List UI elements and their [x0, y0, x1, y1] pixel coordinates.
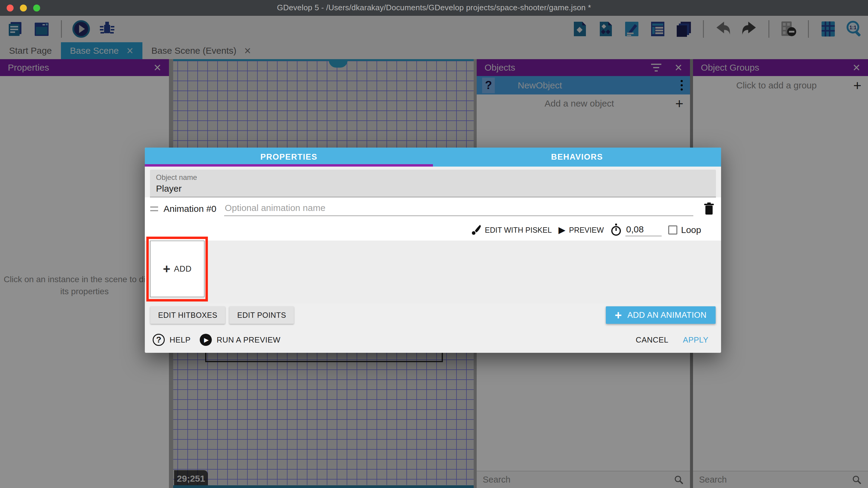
animation-header-row: Animation #0 — [150, 197, 716, 220]
loop-label: Loop — [681, 225, 701, 235]
run-a-preview-button[interactable]: RUN A PREVIEW — [217, 335, 281, 345]
object-name-field-label: Object name — [156, 173, 710, 182]
window-title: GDevelop 5 - /Users/dkarakay/Documents/G… — [0, 3, 868, 12]
help-icon[interactable]: ? — [153, 334, 165, 346]
animation-label: Animation #0 — [163, 204, 216, 214]
tab-properties[interactable]: PROPERTIES — [145, 148, 433, 166]
frames-strip: + ADD — [145, 241, 721, 303]
loop-control: Loop — [668, 225, 701, 235]
trash-icon — [704, 203, 714, 215]
active-tab-underline — [145, 164, 433, 166]
animation-block: Animation #0 EDIT WITH PISKEL ▶ PREVIEW — [145, 197, 721, 241]
dialog-footer: ? HELP ▶ RUN A PREVIEW CANCEL APPLY — [145, 327, 721, 353]
tab-behaviors[interactable]: BEHAVIORS — [433, 148, 721, 166]
delete-animation-button[interactable] — [702, 203, 716, 215]
time-between-frames-input[interactable] — [625, 224, 662, 236]
object-name-field[interactable]: Object name — [150, 170, 716, 197]
zoom-window-button[interactable] — [33, 4, 40, 11]
object-name-input[interactable] — [156, 183, 710, 194]
apply-button[interactable]: APPLY — [678, 332, 713, 348]
drag-handle-icon[interactable] — [150, 207, 158, 211]
annotation-highlight-add-frame — [146, 237, 208, 302]
plus-icon: + — [615, 309, 622, 321]
titlebar: GDevelop 5 - /Users/dkarakay/Documents/G… — [0, 0, 868, 16]
help-button[interactable]: HELP — [169, 335, 191, 345]
minimize-window-button[interactable] — [20, 4, 27, 11]
loop-checkbox[interactable] — [668, 225, 677, 235]
cancel-button[interactable]: CANCEL — [631, 332, 673, 348]
close-window-button[interactable] — [7, 4, 13, 11]
time-between-frames-control — [610, 224, 662, 236]
play-icon: ▶ — [558, 225, 565, 235]
animation-name-input[interactable] — [224, 202, 693, 216]
edit-points-button[interactable]: EDIT POINTS — [229, 306, 294, 324]
dialog-buttons-row: EDIT HITBOXES EDIT POINTS + ADD AN ANIMA… — [145, 303, 721, 327]
dialog-tabs: PROPERTIES BEHAVIORS — [145, 148, 721, 166]
run-preview-icon[interactable]: ▶ — [200, 334, 212, 346]
edit-with-piskel-button[interactable]: EDIT WITH PISKEL — [471, 224, 552, 235]
animation-controls-row: EDIT WITH PISKEL ▶ PREVIEW Loop — [150, 220, 716, 240]
brush-icon — [471, 224, 481, 235]
object-editor-dialog: PROPERTIES BEHAVIORS Object name Animati… — [145, 148, 721, 353]
gdevelop-window: GDevelop 5 - /Users/dkarakay/Documents/G… — [0, 0, 868, 488]
traffic-lights — [7, 0, 40, 16]
edit-hitboxes-button[interactable]: EDIT HITBOXES — [150, 306, 225, 324]
add-animation-button[interactable]: + ADD AN ANIMATION — [606, 306, 716, 324]
timer-icon — [610, 224, 622, 236]
preview-button[interactable]: ▶ PREVIEW — [558, 225, 604, 235]
